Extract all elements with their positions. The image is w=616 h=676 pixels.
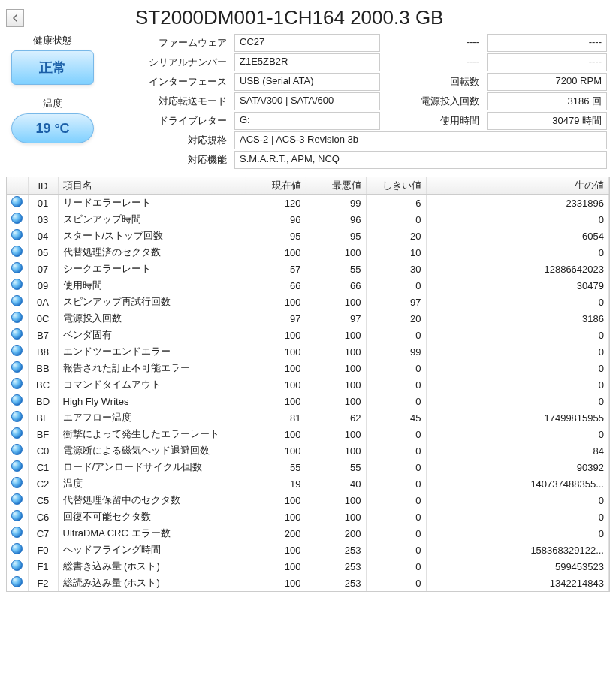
col-id[interactable]: ID bbox=[28, 177, 58, 195]
temperature-label: 温度 bbox=[43, 97, 62, 110]
letter-label: ドライブレター bbox=[102, 112, 230, 130]
cell-worst: 200 bbox=[306, 525, 366, 542]
table-row[interactable]: C1ロード/アンロードサイクル回数5555090392 bbox=[7, 459, 609, 475]
cell-current: 100 bbox=[246, 294, 306, 310]
col-current[interactable]: 現在値 bbox=[246, 177, 306, 195]
cell-id: B8 bbox=[28, 343, 58, 360]
status-orb-icon bbox=[7, 492, 28, 509]
cell-name: 回復不可能セクタ数 bbox=[58, 509, 246, 525]
status-orb-icon bbox=[7, 277, 28, 294]
table-row[interactable]: C5代替処理保留中のセクタ数10010000 bbox=[7, 492, 609, 509]
table-header-row: ID 項目名 現在値 最悪値 しきい値 生の値 bbox=[7, 177, 609, 195]
table-row[interactable]: 07シークエラーレート57553012886642023 bbox=[7, 261, 609, 277]
table-row[interactable]: C0電源断による磁気ヘッド退避回数100100084 bbox=[7, 442, 609, 459]
table-row[interactable]: 0C電源投入回数9797203186 bbox=[7, 310, 609, 327]
cell-id: 01 bbox=[28, 195, 58, 212]
cell-name: ヘッドフライング時間 bbox=[58, 542, 246, 558]
cell-worst: 97 bbox=[306, 310, 366, 327]
cell-raw: 3186 bbox=[426, 310, 609, 327]
temperature-badge[interactable]: 19 °C bbox=[11, 113, 94, 143]
cell-current: 57 bbox=[246, 261, 306, 277]
table-row[interactable]: 01リードエラーレート1209962331896 bbox=[7, 195, 609, 212]
back-button[interactable] bbox=[6, 9, 24, 27]
table-row[interactable]: B7ベンダ固有10010000 bbox=[7, 327, 609, 343]
health-badge[interactable]: 正常 bbox=[11, 50, 94, 85]
table-row[interactable]: 05代替処理済のセクタ数100100100 bbox=[7, 244, 609, 261]
status-orb-icon bbox=[7, 426, 28, 442]
table-row[interactable]: BDHigh Fly Writes10010000 bbox=[7, 393, 609, 409]
cell-current: 100 bbox=[246, 575, 306, 591]
table-row[interactable]: C7UltraDMA CRC エラー数20020000 bbox=[7, 525, 609, 542]
cell-worst: 253 bbox=[306, 575, 366, 591]
cell-current: 100 bbox=[246, 558, 306, 575]
table-row[interactable]: B8エンドツーエンドエラー100100990 bbox=[7, 343, 609, 360]
col-name[interactable]: 項目名 bbox=[58, 177, 246, 195]
table-row[interactable]: BCコマンドタイムアウト10010000 bbox=[7, 376, 609, 393]
cell-id: BF bbox=[28, 426, 58, 442]
firmware-label: ファームウェア bbox=[102, 34, 230, 52]
table-row[interactable]: 03スピンアップ時間969600 bbox=[7, 211, 609, 228]
cell-id: BD bbox=[28, 393, 58, 409]
interface-value: USB (Serial ATA) bbox=[234, 73, 380, 91]
col-icon[interactable] bbox=[7, 177, 28, 195]
cell-worst: 100 bbox=[306, 393, 366, 409]
cell-threshold: 97 bbox=[366, 294, 426, 310]
features-value: S.M.A.R.T., APM, NCQ bbox=[234, 151, 607, 169]
cell-id: 03 bbox=[28, 211, 58, 228]
cell-worst: 96 bbox=[306, 211, 366, 228]
table-row[interactable]: BF衝撃によって発生したエラーレート10010000 bbox=[7, 426, 609, 442]
table-row[interactable]: C2温度19400140737488355... bbox=[7, 475, 609, 492]
cell-threshold: 0 bbox=[366, 525, 426, 542]
cell-threshold: 0 bbox=[366, 492, 426, 509]
info-grid: ファームウェア CC27 ---- ---- シリアルナンバー Z1E5ZB2R… bbox=[99, 29, 610, 172]
table-row[interactable]: 04スタート/ストップ回数9595206054 bbox=[7, 228, 609, 244]
cell-name: エンドツーエンドエラー bbox=[58, 343, 246, 360]
cell-worst: 100 bbox=[306, 360, 366, 376]
cell-current: 100 bbox=[246, 393, 306, 409]
table-row[interactable]: 0Aスピンアップ再試行回数100100970 bbox=[7, 294, 609, 310]
table-row[interactable]: 09使用時間6666030479 bbox=[7, 277, 609, 294]
hours-value: 30479 時間 bbox=[487, 112, 607, 130]
cell-raw: 0 bbox=[426, 211, 609, 228]
features-label: 対応機能 bbox=[102, 151, 230, 169]
blank2-value: ---- bbox=[487, 53, 607, 71]
cell-id: F2 bbox=[28, 575, 58, 591]
transfer-value: SATA/300 | SATA/600 bbox=[234, 92, 380, 110]
cell-raw: 17499815955 bbox=[426, 409, 609, 426]
cell-worst: 66 bbox=[306, 277, 366, 294]
cell-id: BB bbox=[28, 360, 58, 376]
cell-name: 温度 bbox=[58, 475, 246, 492]
serial-value: Z1E5ZB2R bbox=[234, 53, 380, 71]
cell-threshold: 0 bbox=[366, 376, 426, 393]
cell-raw: 0 bbox=[426, 294, 609, 310]
cell-worst: 62 bbox=[306, 409, 366, 426]
status-orb-icon bbox=[7, 244, 28, 261]
table-row[interactable]: BEエアフロー温度81624517499815955 bbox=[7, 409, 609, 426]
cell-raw: 0 bbox=[426, 393, 609, 409]
status-orb-icon bbox=[7, 294, 28, 310]
cell-raw: 0 bbox=[426, 509, 609, 525]
cell-name: ロード/アンロードサイクル回数 bbox=[58, 459, 246, 475]
col-worst[interactable]: 最悪値 bbox=[306, 177, 366, 195]
table-row[interactable]: BB報告された訂正不可能エラー10010000 bbox=[7, 360, 609, 376]
table-row[interactable]: F2総読み込み量 (ホスト)10025301342214843 bbox=[7, 575, 609, 591]
firmware-value: CC27 bbox=[234, 34, 380, 52]
cell-name: スピンアップ時間 bbox=[58, 211, 246, 228]
drive-title: ST2000DM001-1CH164 2000.3 GB bbox=[135, 6, 443, 29]
status-orb-icon bbox=[7, 442, 28, 459]
col-raw[interactable]: 生の値 bbox=[426, 177, 609, 195]
cell-current: 55 bbox=[246, 459, 306, 475]
cell-current: 100 bbox=[246, 244, 306, 261]
cell-worst: 100 bbox=[306, 492, 366, 509]
cell-id: C7 bbox=[28, 525, 58, 542]
cell-name: 代替処理済のセクタ数 bbox=[58, 244, 246, 261]
table-row[interactable]: C6回復不可能セクタ数10010000 bbox=[7, 509, 609, 525]
cell-name: 電源投入回数 bbox=[58, 310, 246, 327]
cell-name: UltraDMA CRC エラー数 bbox=[58, 525, 246, 542]
status-orb-icon bbox=[7, 475, 28, 492]
table-row[interactable]: F0ヘッドフライング時間1002530158368329122... bbox=[7, 542, 609, 558]
col-threshold[interactable]: しきい値 bbox=[366, 177, 426, 195]
cell-worst: 55 bbox=[306, 261, 366, 277]
status-orb-icon bbox=[7, 195, 28, 212]
table-row[interactable]: F1総書き込み量 (ホスト)1002530599453523 bbox=[7, 558, 609, 575]
